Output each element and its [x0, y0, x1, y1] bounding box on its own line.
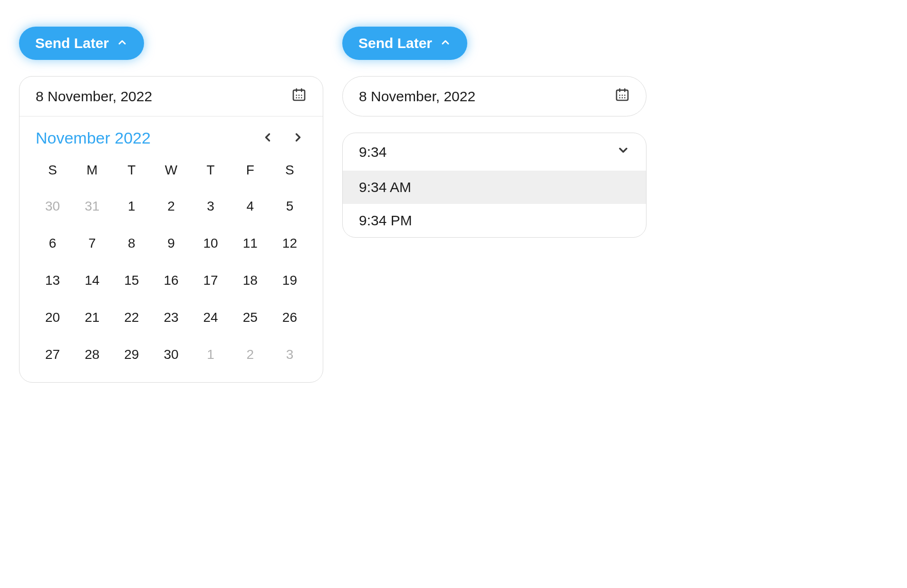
calendar-day[interactable]: 31: [72, 192, 112, 221]
svg-point-3: [296, 95, 297, 96]
calendar-day[interactable]: 5: [270, 192, 309, 221]
calendar-day[interactable]: 17: [191, 266, 231, 295]
send-later-button[interactable]: Send Later: [19, 27, 144, 60]
calendar-day[interactable]: 6: [33, 229, 72, 258]
calendar-day[interactable]: 22: [112, 303, 151, 332]
calendar-dow: T: [112, 157, 151, 183]
calendar-day[interactable]: 1: [112, 192, 151, 221]
calendar-month-label[interactable]: November 2022: [36, 129, 151, 147]
calendar-day[interactable]: 2: [231, 340, 270, 369]
selected-date-text: 8 November, 2022: [36, 88, 152, 105]
svg-point-8: [301, 97, 302, 98]
svg-point-5: [301, 95, 302, 96]
calendar-dow: F: [231, 157, 270, 183]
calendar-day[interactable]: 26: [270, 303, 309, 332]
time-dropdown-card: 9:34 9:34 AM9:34 PM: [342, 133, 646, 238]
calendar-icon: [291, 87, 307, 106]
calendar-day[interactable]: 3: [191, 192, 231, 221]
svg-point-17: [624, 97, 626, 98]
calendar-day[interactable]: 15: [112, 266, 151, 295]
svg-point-16: [622, 97, 623, 98]
calendar-day[interactable]: 16: [151, 266, 191, 295]
calendar-day[interactable]: 4: [231, 192, 270, 221]
svg-point-7: [299, 97, 300, 98]
date-picker-panel: Send Later 8 November, 2022 November 202…: [19, 27, 323, 383]
calendar-nav: [259, 129, 307, 147]
calendar-grid: SMTWTFS303112345678910111213141516171819…: [19, 152, 323, 382]
calendar-day[interactable]: 11: [231, 229, 270, 258]
svg-point-13: [622, 95, 623, 96]
time-picker-panel: Send Later 8 November, 2022 9:34 9:34 AM…: [342, 27, 646, 238]
next-month-button[interactable]: [289, 129, 307, 147]
calendar-dow: S: [270, 157, 309, 183]
send-later-label: Send Later: [358, 35, 432, 51]
prev-month-button[interactable]: [259, 129, 276, 147]
svg-point-14: [624, 95, 626, 96]
chevron-right-icon: [291, 138, 305, 145]
calendar-day[interactable]: 30: [151, 340, 191, 369]
chevron-up-icon: [440, 35, 451, 51]
calendar-day[interactable]: 13: [33, 266, 72, 295]
calendar-day[interactable]: 25: [231, 303, 270, 332]
time-input-row[interactable]: 9:34: [343, 133, 646, 171]
calendar-dow: W: [151, 157, 191, 183]
time-option[interactable]: 9:34 AM: [343, 171, 646, 204]
time-option[interactable]: 9:34 PM: [343, 204, 646, 237]
send-later-label: Send Later: [35, 35, 109, 51]
send-later-button[interactable]: Send Later: [342, 27, 467, 60]
calendar-day[interactable]: 19: [270, 266, 309, 295]
calendar-day[interactable]: 2: [151, 192, 191, 221]
calendar-icon: [615, 87, 630, 106]
time-current-text: 9:34: [359, 144, 386, 160]
svg-point-15: [619, 97, 620, 98]
calendar-dow: M: [72, 157, 112, 183]
calendar-day[interactable]: 9: [151, 229, 191, 258]
calendar-day[interactable]: 27: [33, 340, 72, 369]
chevron-up-icon: [116, 35, 128, 51]
calendar-day[interactable]: 7: [72, 229, 112, 258]
calendar-header: November 2022: [19, 116, 323, 152]
calendar-day[interactable]: 3: [270, 340, 309, 369]
calendar-day[interactable]: 10: [191, 229, 231, 258]
calendar-day[interactable]: 1: [191, 340, 231, 369]
time-options-list: 9:34 AM9:34 PM: [343, 171, 646, 237]
svg-point-6: [296, 97, 297, 98]
calendar-day[interactable]: 20: [33, 303, 72, 332]
calendar-day[interactable]: 24: [191, 303, 231, 332]
calendar-day[interactable]: 18: [231, 266, 270, 295]
calendar-day[interactable]: 28: [72, 340, 112, 369]
chevron-left-icon: [261, 138, 274, 145]
calendar-day[interactable]: 8: [112, 229, 151, 258]
svg-point-4: [299, 95, 300, 96]
calendar-day[interactable]: 29: [112, 340, 151, 369]
calendar-dow: S: [33, 157, 72, 183]
selected-date-text: 8 November, 2022: [359, 88, 475, 105]
calendar-day[interactable]: 14: [72, 266, 112, 295]
calendar-day[interactable]: 12: [270, 229, 309, 258]
calendar-day[interactable]: 30: [33, 192, 72, 221]
calendar-day[interactable]: 21: [72, 303, 112, 332]
calendar-day[interactable]: 23: [151, 303, 191, 332]
chevron-down-icon: [617, 144, 630, 160]
date-input-pill[interactable]: 8 November, 2022: [342, 76, 646, 116]
calendar-dow: T: [191, 157, 231, 183]
selected-date-row[interactable]: 8 November, 2022: [19, 77, 323, 116]
date-calendar-card: 8 November, 2022 November 2022: [19, 76, 323, 383]
svg-point-12: [619, 95, 620, 96]
